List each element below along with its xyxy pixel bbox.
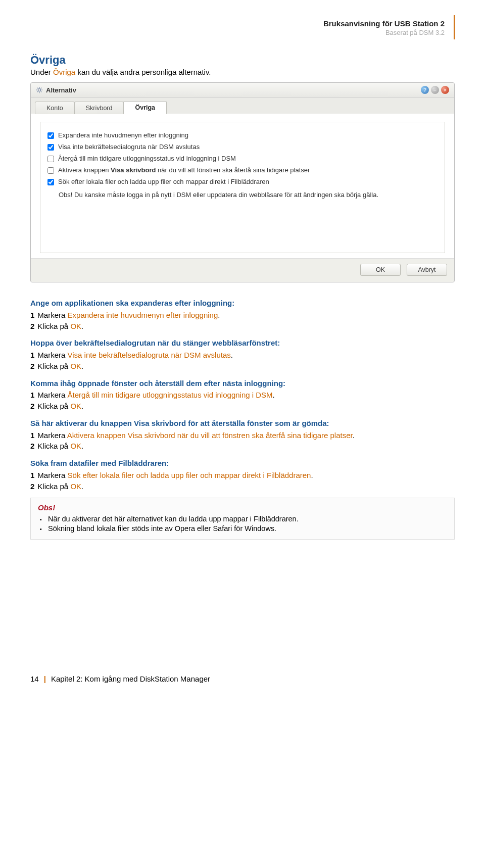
step-text: Markera (37, 391, 67, 399)
window-body: Expandera inte huvudmenyn efter inloggni… (31, 114, 454, 258)
checkbox-row-expand: Expandera inte huvudmenyn efter inloggni… (47, 129, 438, 141)
step-text: Klicka på (37, 402, 70, 410)
checkbox-row-restore: Återgå till min tidigare utloggningsstat… (47, 153, 438, 164)
help-icon[interactable]: ? (421, 86, 429, 94)
checkbox-row-showdesktop: Aktivera knappen Visa skrivbord när du v… (47, 164, 438, 176)
step-suffix: . (218, 311, 220, 319)
checkbox-label: Aktivera knappen Visa skrivbord när du v… (58, 166, 310, 174)
step-suffix: . (311, 471, 313, 479)
step-2: 2Klicka på OK. (30, 481, 455, 492)
block-4: Så här aktiverar du knappen Visa skrivbo… (30, 418, 455, 452)
step-suffix: . (231, 351, 233, 359)
titlebar-left: Alternativ (36, 86, 76, 94)
block-title: Söka fram datafiler med Filbläddraren: (30, 458, 455, 469)
note-text: Obs! Du kanske måste logga in på nytt i … (47, 187, 438, 200)
step-num: 1 (30, 471, 34, 479)
obs-item: När du aktiverar det här alternativet ka… (40, 515, 447, 523)
label-bold: Visa skrivbord (111, 166, 156, 174)
step-num: 1 (30, 311, 34, 319)
step-orange: Expandera inte huvudmenyn efter inloggni… (68, 311, 218, 319)
checkbox-confirm[interactable] (47, 144, 54, 151)
label-prefix: Aktivera knappen (58, 166, 111, 174)
step-orange: OK (70, 482, 81, 491)
step-suffix: . (353, 431, 355, 440)
step-text: Klicka på (37, 322, 70, 330)
header-subtitle: Baserat på DSM 3.2 (30, 29, 445, 36)
window-title: Alternativ (46, 86, 76, 94)
page-header: Bruksanvisning för USB Station 2 Baserat… (30, 15, 455, 39)
step-text: Klicka på (37, 362, 70, 370)
page-footer: 14 | Kapitel 2: Kom igång med DiskStatio… (30, 674, 210, 683)
window-titlebar: Alternativ ? − × (31, 83, 454, 98)
checkbox-label: Sök efter lokala filer och ladda upp fil… (58, 178, 269, 185)
intro-text: Under Övriga kan du välja andra personli… (30, 68, 455, 76)
ok-button[interactable]: OK (360, 264, 401, 276)
chapter-text: Kapitel 2: Kom igång med DiskStation Man… (51, 674, 210, 683)
step-orange: OK (70, 362, 81, 370)
step-1: 1Markera Visa inte bekräftelsedialogruta… (30, 350, 455, 361)
checkbox-showdesktop[interactable] (47, 167, 54, 174)
checkbox-expand[interactable] (47, 132, 54, 139)
step-orange: OK (70, 402, 81, 410)
page-number: 14 (30, 674, 39, 683)
step-orange: Visa inte bekräftelsedialogruta när DSM … (68, 351, 231, 359)
step-1: 1Markera Återgå till min tidigare utlogg… (30, 390, 455, 401)
step-orange: Sök efter lokala filer och ladda upp fil… (68, 471, 311, 479)
step-num: 2 (30, 482, 34, 491)
svg-line-6 (41, 91, 41, 92)
obs-list: När du aktiverar det här alternativet ka… (38, 515, 447, 533)
tab-skrivbord[interactable]: Skrivbord (74, 102, 124, 114)
step-1: 1Markera Expandera inte huvudmenyn efter… (30, 310, 455, 321)
step-text: Markera (37, 351, 67, 359)
section-title: Övriga (30, 54, 455, 67)
intro-suffix: kan du välja andra personliga alternativ… (75, 68, 211, 76)
step-suffix: . (81, 482, 83, 491)
step-suffix: . (81, 322, 83, 330)
checkbox-row-search: Sök efter lokala filer och ladda upp fil… (47, 176, 438, 187)
options-window: Alternativ ? − × Konto Skrivbord Övriga … (30, 82, 455, 282)
svg-line-5 (37, 88, 38, 88)
document-page: Bruksanvisning för USB Station 2 Baserat… (0, 0, 485, 696)
block-3: Komma ihåg öppnade fönster och återställ… (30, 378, 455, 412)
step-suffix: . (81, 442, 83, 450)
step-2: 2Klicka på OK. (30, 361, 455, 372)
step-num: 2 (30, 402, 34, 410)
footer-separator: | (44, 674, 46, 683)
obs-box: Obs! När du aktiverar det här alternativ… (30, 498, 455, 540)
block-2: Hoppa över bekräftelsedialogrutan när du… (30, 337, 455, 371)
checkbox-restore[interactable] (47, 156, 54, 162)
spacer (30, 540, 455, 681)
block-title: Hoppa över bekräftelsedialogrutan när du… (30, 337, 455, 349)
step-num: 1 (30, 391, 34, 399)
header-title: Bruksanvisning för USB Station 2 (30, 19, 445, 28)
instruction-blocks: Ange om applikationen ska expanderas eft… (30, 298, 455, 540)
step-orange: Återgå till min tidigare utloggningsstat… (68, 391, 273, 399)
window-footer: OK Avbryt (31, 258, 454, 282)
step-2: 2Klicka på OK. (30, 321, 455, 332)
step-text: Markera (37, 471, 67, 479)
checkbox-search[interactable] (47, 179, 54, 185)
step-text: Klicka på (37, 482, 70, 491)
block-title: Komma ihåg öppnade fönster och återställ… (30, 378, 455, 389)
block-title: Ange om applikationen ska expanderas eft… (30, 298, 455, 309)
label-suffix: när du vill att fönstren ska återfå sina… (156, 166, 310, 174)
titlebar-controls: ? − × (421, 86, 449, 94)
svg-point-0 (38, 88, 40, 91)
tab-ovriga[interactable]: Övriga (123, 101, 167, 114)
tab-konto[interactable]: Konto (35, 102, 75, 114)
step-num: 1 (30, 351, 34, 359)
cancel-button[interactable]: Avbryt (407, 264, 447, 276)
minimize-icon[interactable]: − (431, 86, 439, 94)
close-icon[interactable]: × (441, 86, 449, 94)
obs-title: Obs! (38, 503, 447, 512)
block-5: Söka fram datafiler med Filbläddraren: 1… (30, 458, 455, 492)
step-text: Markera (37, 311, 67, 319)
checkbox-label: Expandera inte huvudmenyn efter inloggni… (58, 131, 188, 139)
step-orange: Aktivera knappen Visa skrivbord när du v… (67, 431, 353, 440)
step-num: 2 (30, 322, 34, 330)
tab-bar: Konto Skrivbord Övriga (31, 98, 454, 114)
step-suffix: . (273, 391, 275, 399)
step-num: 1 (30, 431, 34, 440)
options-panel: Expandera inte huvudmenyn efter inloggni… (40, 122, 445, 253)
step-2: 2Klicka på OK. (30, 441, 455, 452)
